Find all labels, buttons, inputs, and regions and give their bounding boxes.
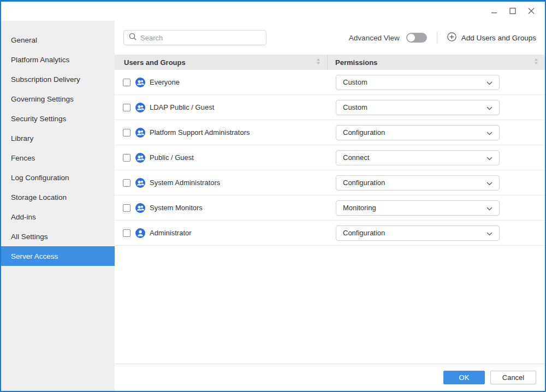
toolbar: Advanced View Add Users and Groups [115, 21, 545, 55]
permission-dropdown[interactable]: Configuration [336, 125, 500, 140]
sidebar-item-all-settings[interactable]: All Settings [1, 227, 115, 246]
permission-dropdown[interactable]: Configuration [336, 225, 500, 241]
chevron-down-icon [486, 128, 492, 138]
server-access-panel: Advanced View Add Users and Groups [115, 21, 545, 391]
column-header-permissions[interactable]: Permissions [328, 55, 545, 70]
column-label: Users and Groups [124, 58, 186, 67]
chevron-down-icon [486, 103, 492, 112]
minimize-icon [491, 7, 497, 16]
table-header: Users and Groups Permissions [115, 55, 545, 70]
dropdown-value: Custom [343, 78, 486, 86]
plus-circle-icon [447, 32, 456, 43]
table-row-everyone[interactable]: Everyone Custom [115, 70, 545, 95]
sort-icon[interactable] [534, 58, 538, 67]
sidebar-item-platform-analytics[interactable]: Platform Analytics [1, 50, 115, 69]
chevron-down-icon [486, 203, 492, 213]
sidebar-item-server-access[interactable]: Server Access [1, 246, 115, 266]
column-header-users-and-groups[interactable]: Users and Groups [115, 55, 328, 70]
search-box[interactable] [123, 30, 266, 45]
close-icon [528, 7, 535, 16]
group-icon [135, 203, 145, 213]
permission-dropdown[interactable]: Custom [336, 100, 500, 115]
advanced-view-label: Advanced View [349, 34, 400, 42]
table-row-system-administrators[interactable]: System Administrators Configuration [115, 170, 545, 195]
column-label: Permissions [335, 58, 377, 67]
maximize-button[interactable] [506, 5, 520, 18]
table-row-platform-support-administrators[interactable]: Platform Support Administrators Configur… [115, 120, 545, 145]
row-checkbox[interactable] [123, 154, 130, 162]
dropdown-value: Custom [343, 103, 486, 111]
advanced-view-toggle[interactable] [406, 33, 427, 43]
cancel-button[interactable]: Cancel [490, 371, 536, 384]
sort-icon[interactable] [316, 58, 321, 67]
row-name: System Monitors [150, 204, 203, 212]
settings-window: General Platform Analytics Subscription … [0, 0, 546, 392]
add-users-label: Add Users and Groups [461, 34, 536, 42]
footer: OK Cancel [115, 364, 545, 391]
row-checkbox[interactable] [123, 79, 130, 86]
table-row-ldap-public-guest[interactable]: LDAP Public / Guest Custom [115, 95, 545, 120]
ok-button[interactable]: OK [443, 371, 485, 384]
sidebar-item-log-configuration[interactable]: Log Configuration [1, 168, 115, 187]
close-button[interactable] [524, 5, 538, 18]
dropdown-value: Monitoring [343, 204, 486, 212]
dropdown-value: Connect [343, 153, 486, 162]
permission-dropdown[interactable]: Custom [336, 75, 500, 90]
permission-dropdown[interactable]: Configuration [336, 175, 500, 191]
chevron-down-icon [486, 153, 492, 163]
sidebar-item-security-settings[interactable]: Security Settings [1, 109, 115, 128]
table-row-system-monitors[interactable]: System Monitors Monitoring [115, 195, 545, 221]
row-name: Public / Guest [150, 153, 194, 162]
dropdown-value: Configuration [343, 179, 486, 187]
row-checkbox[interactable] [123, 104, 130, 111]
titlebar [1, 2, 545, 21]
sidebar-item-governing-settings[interactable]: Governing Settings [1, 89, 115, 109]
minimize-button[interactable] [487, 5, 501, 18]
sidebar-item-general[interactable]: General [1, 30, 115, 50]
sidebar-item-subscription-delivery[interactable]: Subscription Delivery [1, 69, 115, 89]
permission-dropdown[interactable]: Monitoring [336, 200, 500, 216]
toggle-knob [407, 34, 415, 41]
users-table: Everyone Custom LDAP Public / Guest Cust… [115, 70, 545, 246]
permission-dropdown[interactable]: Connect [336, 150, 500, 165]
row-name: System Administrators [150, 179, 220, 187]
chevron-down-icon [486, 228, 492, 238]
sidebar-item-library[interactable]: Library [1, 128, 115, 148]
settings-sidebar: General Platform Analytics Subscription … [1, 21, 115, 391]
table-row-administrator[interactable]: Administrator Configuration [115, 221, 545, 246]
search-icon [129, 33, 136, 43]
maximize-icon [509, 7, 516, 16]
group-icon [135, 103, 145, 112]
dropdown-value: Configuration [343, 229, 486, 237]
row-checkbox[interactable] [123, 229, 130, 237]
dropdown-value: Configuration [343, 128, 486, 136]
sidebar-item-storage-location[interactable]: Storage Location [1, 187, 115, 207]
chevron-down-icon [486, 78, 492, 87]
group-icon [135, 128, 145, 138]
chevron-down-icon [486, 178, 492, 188]
toolbar-divider [437, 32, 437, 44]
sidebar-item-fences[interactable]: Fences [1, 148, 115, 168]
add-users-and-groups-button[interactable]: Add Users and Groups [447, 32, 536, 43]
row-checkbox[interactable] [123, 179, 130, 187]
row-checkbox[interactable] [123, 129, 130, 136]
row-name: Administrator [150, 229, 192, 237]
sidebar-item-add-ins[interactable]: Add-ins [1, 207, 115, 227]
row-checkbox[interactable] [123, 204, 130, 212]
row-name: Platform Support Administrators [150, 128, 250, 136]
group-icon [135, 153, 145, 163]
empty-area [115, 246, 545, 364]
group-icon [135, 78, 145, 87]
row-name: Everyone [150, 78, 180, 86]
search-input[interactable] [140, 34, 261, 42]
table-row-public-guest[interactable]: Public / Guest Connect [115, 145, 545, 170]
group-icon [135, 178, 145, 188]
user-icon [135, 228, 145, 238]
row-name: LDAP Public / Guest [150, 103, 214, 111]
